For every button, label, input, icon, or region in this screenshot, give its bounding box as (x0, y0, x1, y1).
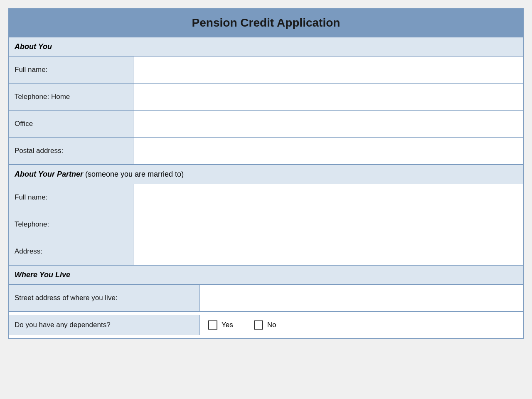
label-street-address: Street address of where you live: (9, 285, 200, 311)
checkbox-yes-option: Yes (208, 320, 233, 330)
row-telephone-home: Telephone: Home (9, 84, 523, 111)
label-partner-address: Address: (9, 238, 133, 265)
row-postal-address: Postal address: (9, 138, 523, 165)
label-telephone-office: Office (9, 111, 133, 137)
label-postal-address: Postal address: (9, 138, 133, 164)
partner-full-name-input[interactable] (138, 187, 519, 207)
row-street-address: Street address of where you live: (9, 285, 523, 312)
no-label: No (267, 321, 276, 329)
form-container: Pension Credit Application About You Ful… (8, 8, 524, 339)
section-about-you: About You (9, 37, 523, 57)
label-partner-telephone: Telephone: (9, 211, 133, 238)
telephone-home-input[interactable] (138, 87, 519, 107)
row-full-name: Full name: (9, 57, 523, 84)
row-partner-address: Address: (9, 238, 523, 265)
label-full-name: Full name: (9, 57, 133, 83)
street-address-input[interactable] (204, 288, 519, 308)
checkbox-no-option: No (254, 320, 276, 330)
section-where-you-live: Where You Live (9, 265, 523, 285)
form-title: Pension Credit Application (9, 9, 523, 37)
row-telephone-office: Office (9, 111, 523, 138)
input-cell-telephone-office (133, 111, 523, 137)
checkbox-no[interactable] (254, 320, 263, 330)
input-cell-full-name (133, 57, 523, 83)
telephone-office-input[interactable] (138, 114, 519, 134)
partner-address-input[interactable] (138, 241, 519, 261)
input-cell-street-address (200, 285, 523, 311)
full-name-input[interactable] (138, 60, 519, 80)
label-dependents: Do you have any dependents? (9, 315, 200, 335)
label-telephone-home: Telephone: Home (9, 84, 133, 110)
checkbox-yes[interactable] (208, 320, 217, 330)
row-partner-telephone: Telephone: (9, 211, 523, 238)
input-cell-partner-telephone (133, 211, 523, 238)
label-partner-full-name: Full name: (9, 184, 133, 211)
row-dependents: Do you have any dependents? Yes No (9, 312, 523, 339)
postal-address-input[interactable] (138, 141, 519, 161)
yes-label: Yes (222, 321, 233, 329)
input-cell-telephone-home (133, 84, 523, 110)
input-cell-partner-address (133, 238, 523, 265)
row-partner-full-name: Full name: (9, 184, 523, 211)
partner-telephone-input[interactable] (138, 214, 519, 234)
input-cell-partner-full-name (133, 184, 523, 211)
input-cell-postal-address (133, 138, 523, 164)
dependents-options: Yes No (200, 315, 523, 335)
section-about-partner: About Your Partner (someone you are marr… (9, 165, 523, 184)
